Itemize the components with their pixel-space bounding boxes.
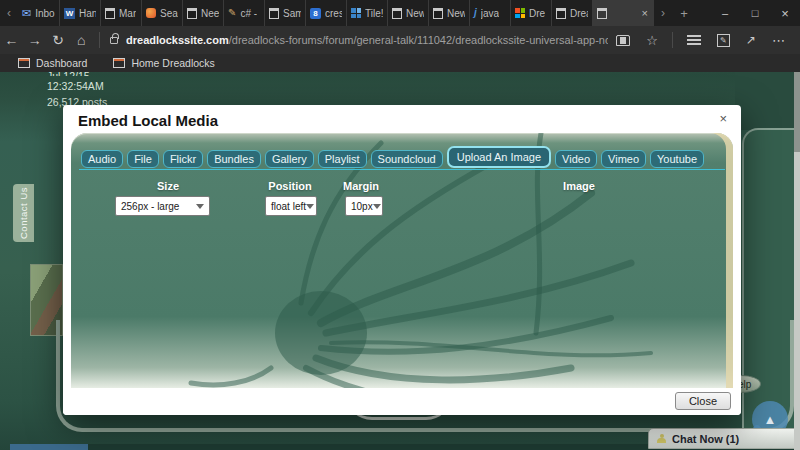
post-time: 12:32:54AM bbox=[47, 80, 104, 92]
url-field[interactable]: dreadlockssite.com/dreadlocks-forums/for… bbox=[126, 34, 608, 46]
minimize-button[interactable]: – bbox=[710, 0, 740, 26]
up-arrow-icon: ▲ bbox=[764, 412, 777, 427]
web-note-icon[interactable]: ✎ bbox=[717, 34, 730, 47]
divider bbox=[99, 32, 100, 48]
page-bottom-strip bbox=[10, 444, 88, 450]
browser-tab[interactable]: Dre bbox=[510, 0, 551, 26]
page-icon bbox=[597, 8, 607, 19]
address-bar: ← → ↻ ⌂ dreadlockssite.com/dreadlocks-fo… bbox=[0, 26, 800, 54]
tab-audio[interactable]: Audio bbox=[81, 150, 123, 168]
chevron-down-icon bbox=[306, 204, 314, 209]
browser-tab[interactable]: W Han bbox=[59, 0, 100, 26]
page-icon bbox=[392, 8, 402, 19]
tab-close-icon[interactable]: × bbox=[640, 7, 650, 19]
url-path: /dreadlocks-forums/forum/general-talk/11… bbox=[229, 34, 609, 46]
window-controls: – □ × bbox=[710, 0, 800, 26]
margin-select[interactable]: 10px bbox=[345, 196, 383, 216]
position-label: Position bbox=[268, 180, 311, 192]
page-icon bbox=[556, 8, 566, 19]
tiles-icon bbox=[351, 8, 361, 18]
tab-scroll-right-icon[interactable]: › bbox=[654, 0, 672, 26]
browser-tab-active[interactable]: × bbox=[592, 0, 654, 26]
refresh-icon[interactable]: ↻ bbox=[46, 32, 69, 48]
tab-scroll-left-icon[interactable]: ‹ bbox=[0, 0, 18, 26]
share-icon[interactable]: ↗ bbox=[746, 34, 756, 46]
browser-tab[interactable]: New bbox=[387, 0, 428, 26]
favorite-favicon bbox=[113, 58, 125, 68]
size-label: Size bbox=[157, 180, 179, 192]
browser-window: ‹ ✉ Inbo W Han Mar Sea Nee ✎ c# - Sam bbox=[0, 0, 800, 450]
browser-tab-bar: ‹ ✉ Inbo W Han Mar Sea Nee ✎ c# - Sam bbox=[0, 0, 800, 26]
tab-flickr[interactable]: Flickr bbox=[163, 150, 203, 168]
favorite-item-dashboard[interactable]: Dashboard bbox=[18, 57, 87, 69]
page-icon bbox=[269, 8, 279, 19]
dialog-title: Embed Local Media bbox=[78, 112, 218, 129]
address-bar-actions: ☆ ✎ ↗ ⋯ bbox=[608, 32, 800, 48]
browser-tab[interactable]: Sea bbox=[141, 0, 182, 26]
maximize-button[interactable]: □ bbox=[740, 0, 770, 26]
reading-view-icon[interactable] bbox=[616, 35, 630, 46]
contact-us-tab[interactable]: Contact Us bbox=[13, 184, 34, 242]
dialog-footer: Close bbox=[63, 388, 741, 415]
crest-icon: 8 bbox=[310, 8, 321, 19]
page-panel bbox=[735, 72, 800, 130]
favorites-star-icon[interactable]: ☆ bbox=[646, 33, 658, 48]
tab-bundles[interactable]: Bundles bbox=[207, 150, 261, 168]
page-scrollbar[interactable] bbox=[794, 72, 800, 450]
favorite-favicon bbox=[18, 58, 30, 68]
size-select[interactable]: 256px - large bbox=[115, 196, 210, 216]
browser-tab[interactable]: Tile! bbox=[346, 0, 387, 26]
sea-icon bbox=[146, 8, 156, 18]
browser-tab[interactable]: Drea bbox=[551, 0, 592, 26]
back-icon[interactable]: ← bbox=[0, 32, 23, 48]
microsoft-icon bbox=[515, 8, 525, 18]
dialog-content-panel: Audio File Flickr Bundles Gallery Playli… bbox=[71, 133, 733, 388]
close-button[interactable]: Close bbox=[675, 392, 731, 410]
browser-tab[interactable]: 8 cres bbox=[305, 0, 346, 26]
browser-tab[interactable]: Nee bbox=[182, 0, 223, 26]
browser-tab[interactable]: ✉ Inbo bbox=[18, 0, 59, 26]
hub-icon[interactable] bbox=[687, 35, 701, 45]
media-tabs: Audio File Flickr Bundles Gallery Playli… bbox=[81, 146, 721, 168]
margin-label: Margin bbox=[343, 180, 379, 192]
page-icon bbox=[105, 8, 115, 19]
chat-now-bar[interactable]: Chat Now (1) bbox=[648, 428, 796, 449]
page-icon bbox=[187, 8, 197, 19]
scrollbar-thumb[interactable] bbox=[794, 72, 800, 152]
divider bbox=[672, 32, 673, 48]
browser-tab[interactable]: Sam bbox=[264, 0, 305, 26]
tab-soundcloud[interactable]: Soundcloud bbox=[371, 150, 443, 168]
position-select[interactable]: float left bbox=[265, 196, 317, 216]
tab-underline bbox=[79, 169, 725, 170]
tab-playlist[interactable]: Playlist bbox=[318, 150, 367, 168]
chat-user-icon bbox=[657, 434, 666, 443]
new-tab-button[interactable]: + bbox=[672, 0, 696, 26]
tab-file[interactable]: File bbox=[127, 150, 159, 168]
more-menu-icon[interactable]: ⋯ bbox=[772, 33, 786, 48]
post-date: Jul 12/15 bbox=[47, 70, 90, 76]
browser-tab[interactable]: ✎ c# - bbox=[223, 0, 264, 26]
tab-upload-an-image[interactable]: Upload An Image bbox=[447, 146, 551, 168]
browser-tab[interactable]: New bbox=[428, 0, 469, 26]
favorite-item-home-dreadlocks[interactable]: Home Dreadlocks bbox=[113, 57, 214, 69]
close-window-button[interactable]: × bbox=[770, 0, 800, 26]
dialog-close-icon[interactable]: × bbox=[716, 111, 730, 126]
tab-vimeo[interactable]: Vimeo bbox=[601, 150, 646, 168]
forward-icon[interactable]: → bbox=[23, 32, 46, 48]
pencil-icon: ✎ bbox=[228, 8, 236, 18]
url-domain: dreadlockssite.com bbox=[126, 34, 229, 46]
tab-video[interactable]: Video bbox=[555, 150, 597, 168]
browser-tab[interactable]: Mar bbox=[100, 0, 141, 26]
lock-icon bbox=[110, 37, 118, 44]
dreadlocks-silhouette-image bbox=[71, 133, 733, 388]
embed-local-media-dialog: Embed Local Media × bbox=[63, 105, 741, 415]
image-label: Image bbox=[563, 180, 595, 192]
tab-gallery[interactable]: Gallery bbox=[265, 150, 314, 168]
java-icon: j bbox=[474, 8, 477, 18]
mail-icon: ✉ bbox=[22, 8, 31, 19]
tab-youtube[interactable]: Youtube bbox=[650, 150, 704, 168]
home-icon[interactable]: ⌂ bbox=[70, 32, 93, 48]
favorites-bar: Dashboard Home Dreadlocks bbox=[0, 54, 800, 72]
browser-tab[interactable]: j java bbox=[469, 0, 510, 26]
page-icon bbox=[433, 8, 443, 19]
